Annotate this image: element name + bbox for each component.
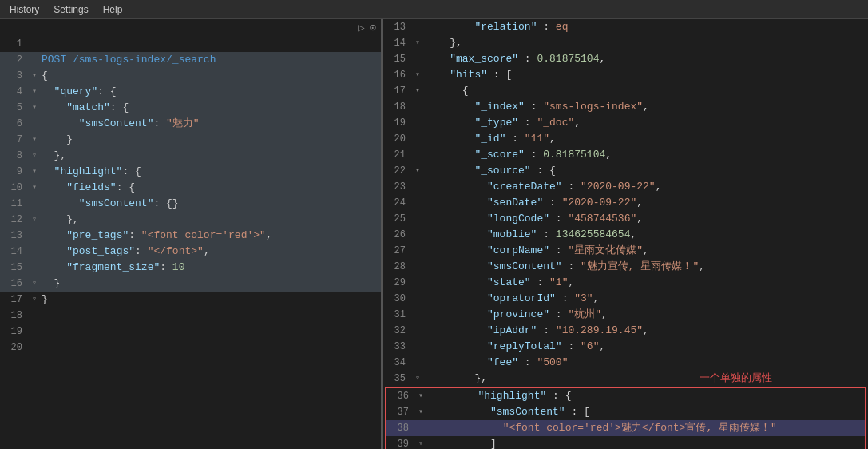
right-line-20: 20 "_id" : "11", [383,131,868,147]
left-line-8: 8 ▿ }, [0,148,381,164]
left-toolbar: ▷ ⊙ [0,19,381,36]
right-line-25: 25 "longCode" : "458744536", [383,211,868,227]
right-pane: 13 "relation" : eq 14 ▿ }, 15 "max_score… [383,19,868,449]
left-line-17: 17 ▿ } [0,292,381,308]
left-pane: ▷ ⊙ 1 2 POST /sms-logs-index/_search 3 ▾… [0,19,383,449]
left-line-10: 10 ▾ "fields": { [0,180,381,196]
right-line-36: 36 ▾ "highlight" : { [386,388,865,404]
left-line-13: 13 "pre_tags": "<font color='red'>", [0,228,381,244]
right-line-34: 34 "fee" : "500" [383,355,868,371]
right-line-35: 35 ▿ }, 一个单独的属性 [383,371,868,387]
annotation-text: 一个单独的属性 [700,371,772,385]
menu-history[interactable]: History [3,2,46,17]
left-line-11: 11 "smsContent": {} [0,196,381,212]
left-code-scroll[interactable]: 1 2 POST /sms-logs-index/_search 3 ▾ { 4… [0,36,381,449]
right-line-33: 33 "replyTotal" : "6", [383,339,868,355]
right-line-17: 17 ▾ { [383,83,868,99]
run-icon[interactable]: ▷ [358,21,364,34]
right-line-15: 15 "max_score" : 0.81875104, [383,51,868,67]
right-line-13: 13 "relation" : eq [383,19,868,35]
right-line-38: 38 "<font color='red'>魅力</font>宣传, 星雨传媒！… [386,420,865,436]
left-line-18: 18 [0,308,381,324]
right-code-scroll[interactable]: 13 "relation" : eq 14 ▿ }, 15 "max_score… [383,19,868,449]
menu-settings[interactable]: Settings [47,2,94,17]
left-line-20: 20 [0,340,381,356]
left-line-7: 7 ▾ } [0,132,381,148]
right-line-18: 18 "_index" : "sms-logs-index", [383,99,868,115]
left-line-12: 12 ▿ }, [0,212,381,228]
right-line-28: 28 "smsContent" : "魅力宣传, 星雨传媒！", [383,259,868,275]
right-line-37: 37 ▾ "smsContent" : [ [386,404,865,420]
right-line-24: 24 "senDate" : "2020-09-22", [383,195,868,211]
left-line-14: 14 "post_tags": "</font>", [0,244,381,260]
menubar: History Settings Help [0,0,868,19]
right-line-22: 22 ▾ "_source" : { [383,163,868,179]
right-line-29: 29 "state" : "1", [383,275,868,291]
left-line-15: 15 "fragment_size": 10 [0,260,381,276]
left-line-3: 3 ▾ { [0,68,381,84]
left-line-2: 2 POST /sms-logs-index/_search [0,52,381,68]
left-line-1: 1 [0,36,381,52]
left-line-4: 4 ▾ "query": { [0,84,381,100]
right-line-26: 26 "moblie" : 134625584654, [383,227,868,243]
right-line-23: 23 "createDate" : "2020-09-22", [383,179,868,195]
right-line-27: 27 "corpName" : "星雨文化传媒", [383,243,868,259]
menu-help[interactable]: Help [97,2,129,17]
right-line-31: 31 "province" : "杭州", [383,307,868,323]
right-line-32: 32 "ipAddr" : "10.289.19.45", [383,323,868,339]
right-line-19: 19 "_type" : "_doc", [383,115,868,131]
settings-icon[interactable]: ⊙ [370,21,376,34]
right-line-16: 16 ▾ "hits" : [ [383,67,868,83]
left-line-16: 16 ▿ } [0,276,381,292]
main-container: ▷ ⊙ 1 2 POST /sms-logs-index/_search 3 ▾… [0,19,868,449]
left-line-6: 6 "smsContent": "魅力" [0,116,381,132]
left-line-9: 9 ▾ "highlight": { [0,164,381,180]
highlight-region: 36 ▾ "highlight" : { 37 ▾ "smsContent" :… [385,387,866,449]
left-line-19: 19 [0,324,381,340]
right-line-14: 14 ▿ }, [383,35,868,51]
right-line-21: 21 "_score" : 0.81875104, [383,147,868,163]
right-line-30: 30 "opratorId" : "3", [383,291,868,307]
right-line-39: 39 ▿ ] [386,436,865,449]
left-line-5: 5 ▾ "match": { [0,100,381,116]
